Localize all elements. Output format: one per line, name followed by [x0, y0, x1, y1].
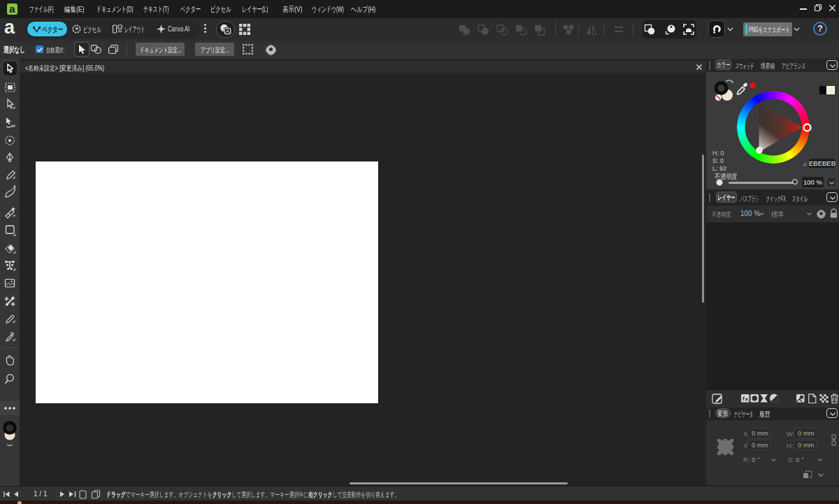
- svg-text:A: A: [226, 28, 229, 34]
